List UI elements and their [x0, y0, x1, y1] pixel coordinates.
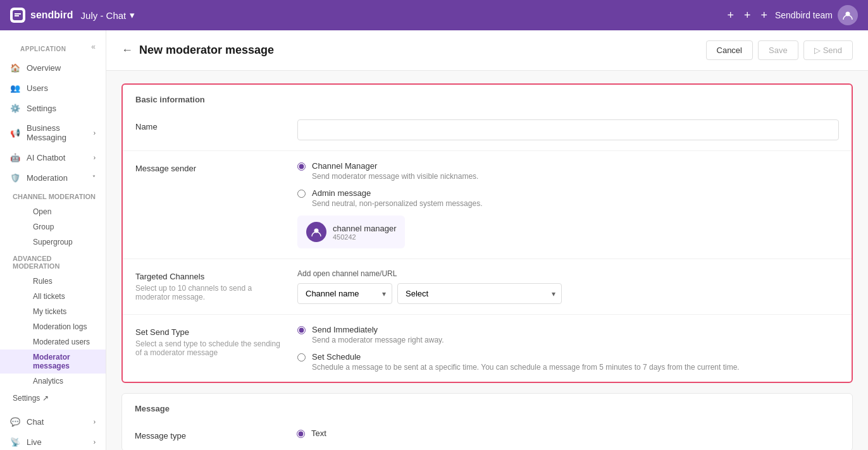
save-button[interactable]: Save	[758, 40, 798, 60]
send-type-row: Set Send Type Select a send type to sche…	[123, 315, 852, 382]
main-content: ← New moderator message Cancel Save ▷ Se…	[106, 30, 868, 450]
text-type-label: Text	[311, 429, 326, 438]
admin-message-label: Admin message	[312, 188, 482, 198]
add-channel-label: Add open channel name/URL	[297, 269, 839, 278]
manager-avatar	[306, 222, 326, 242]
add-icon-1[interactable]: +	[727, 9, 734, 21]
app-selector-chevron: ▾	[130, 9, 135, 21]
sidebar-item-moderation[interactable]: 🛡️ Moderation ˅	[0, 167, 106, 188]
message-section: Message Message type Text	[121, 393, 853, 450]
sidebar-label-moderation: Moderation	[27, 173, 68, 183]
send-immediately-radio[interactable]	[297, 326, 306, 334]
logo-text: sendbird	[30, 9, 73, 21]
add-icon-3[interactable]: +	[760, 9, 767, 21]
channel-select-wrapper: Select	[397, 283, 562, 304]
ai-chatbot-icon: 🤖	[10, 152, 20, 162]
sidebar-item-open[interactable]: Open	[0, 204, 106, 219]
sidebar-item-my-tickets[interactable]: My tickets	[0, 304, 106, 319]
manager-info: channel manager 450242	[333, 224, 396, 241]
send-type-label: Set Send Type Select a send type to sche…	[135, 325, 287, 357]
live-chevron-icon: ›	[94, 439, 96, 446]
channel-type-select[interactable]: Channel name	[297, 283, 392, 304]
sidebar-item-business-messaging[interactable]: 📢 Business Messaging ›	[0, 118, 106, 147]
manager-name: channel manager	[333, 224, 396, 233]
set-schedule-label: Set Schedule	[312, 352, 740, 362]
message-type-row: Message type Text	[122, 418, 852, 450]
moderation-chevron-icon: ˅	[92, 174, 96, 181]
channel-manager-desc: Send moderator message with visible nick…	[312, 172, 478, 181]
cancel-button[interactable]: Cancel	[706, 40, 753, 60]
sidebar-item-settings[interactable]: ⚙️ Settings	[0, 98, 106, 118]
sidebar-item-moderated-users[interactable]: Moderated users	[0, 334, 106, 350]
message-type-control: Text	[297, 429, 840, 438]
sidebar-item-analytics[interactable]: Analytics	[0, 374, 106, 389]
sidebar-item-live[interactable]: 📡 Live ›	[0, 432, 106, 450]
back-button[interactable]: ←	[121, 44, 133, 57]
add-icon-2[interactable]: +	[744, 9, 751, 21]
set-schedule-option[interactable]: Set Schedule Schedule a message to be se…	[297, 352, 839, 372]
send-type-control: Send Immediately Send a moderator messag…	[297, 325, 839, 372]
set-schedule-radio[interactable]	[297, 353, 306, 362]
text-type-radio[interactable]	[297, 430, 305, 438]
sidebar-sub-advanced-moderation: Advanced moderation	[0, 250, 106, 274]
logo: sendbird	[10, 8, 73, 23]
sidebar-item-chat[interactable]: 💬 Chat ›	[0, 411, 106, 432]
sidebar-settings-link[interactable]: Settings ↗	[0, 389, 106, 406]
channel-manager-label: Channel Manager	[312, 161, 478, 171]
admin-message-radio[interactable]	[297, 190, 306, 198]
send-immediately-desc: Send a moderator message right away.	[312, 336, 444, 344]
sidebar-item-moderation-logs[interactable]: Moderation logs	[0, 319, 106, 334]
name-label: Name	[135, 119, 287, 131]
targeted-channels-row: Targeted Channels Select up to 10 channe…	[123, 259, 852, 315]
sidebar-label-chat: Chat	[27, 417, 44, 427]
sidebar: APPLICATION « 🏠 Overview 👥 Users ⚙️ Sett…	[0, 30, 106, 450]
message-sender-control: Channel Manager Send moderator message w…	[297, 161, 839, 248]
sidebar-item-ai-chatbot[interactable]: 🤖 AI Chatbot ›	[0, 147, 106, 167]
manager-id: 450242	[333, 233, 396, 241]
chat-icon: 💬	[10, 417, 20, 427]
sidebar-label-settings: Settings	[27, 104, 56, 113]
text-type-option[interactable]: Text	[297, 429, 840, 438]
sidebar-item-moderator-messages[interactable]: Moderator messages	[0, 350, 106, 374]
message-type-label: Message type	[135, 429, 287, 441]
sidebar-item-all-tickets[interactable]: All tickets	[0, 289, 106, 304]
business-messaging-icon: 📢	[10, 128, 20, 138]
overview-icon: 🏠	[10, 63, 20, 73]
live-icon: 📡	[10, 437, 20, 447]
app-name: July - Chat	[81, 10, 127, 21]
sidebar-item-group[interactable]: Group	[0, 219, 106, 234]
sidebar-label-ai-chatbot: AI Chatbot	[27, 153, 65, 162]
basic-info-title: Basic information	[123, 85, 852, 109]
set-schedule-text: Set Schedule Schedule a message to be se…	[312, 352, 740, 372]
send-immediately-option[interactable]: Send Immediately Send a moderator messag…	[297, 325, 839, 344]
channel-manager-radio[interactable]	[297, 162, 306, 171]
name-input[interactable]	[297, 119, 839, 140]
admin-message-option[interactable]: Admin message Send neutral, non-personal…	[297, 188, 839, 208]
user-name: Sendbird team	[775, 10, 833, 20]
sender-radio-group: Channel Manager Send moderator message w…	[297, 161, 839, 208]
sidebar-item-supergroup[interactable]: Supergroup	[0, 234, 106, 250]
send-button[interactable]: ▷ Send	[803, 40, 853, 60]
sidebar-item-users[interactable]: 👥 Users	[0, 78, 106, 98]
logo-icon	[10, 8, 25, 23]
send-icon: ▷	[814, 46, 821, 55]
message-sender-label: Message sender	[135, 161, 287, 173]
sidebar-item-overview[interactable]: 🏠 Overview	[0, 58, 106, 78]
chat-chevron-icon: ›	[94, 418, 96, 425]
sidebar-label-overview: Overview	[27, 63, 61, 73]
send-type-radio-group: Send Immediately Send a moderator messag…	[297, 325, 839, 372]
admin-message-text: Admin message Send neutral, non-personal…	[312, 188, 482, 208]
channel-select[interactable]: Select	[397, 283, 562, 304]
send-immediately-text: Send Immediately Send a moderator messag…	[312, 325, 444, 344]
collapse-button[interactable]: «	[91, 42, 96, 51]
sidebar-item-rules[interactable]: Rules	[0, 274, 106, 289]
sidebar-label-users: Users	[27, 83, 48, 93]
ai-chevron-icon: ›	[94, 154, 96, 161]
channel-manager-option[interactable]: Channel Manager Send moderator message w…	[297, 161, 839, 181]
app-selector[interactable]: July - Chat ▾	[81, 9, 135, 21]
moderation-icon: 🛡️	[10, 173, 20, 183]
targeted-channels-label: Targeted Channels Select up to 10 channe…	[135, 269, 287, 301]
user-avatar[interactable]	[838, 5, 858, 25]
page-title: New moderator message	[139, 44, 274, 57]
channel-row: Channel name Select	[297, 283, 839, 304]
